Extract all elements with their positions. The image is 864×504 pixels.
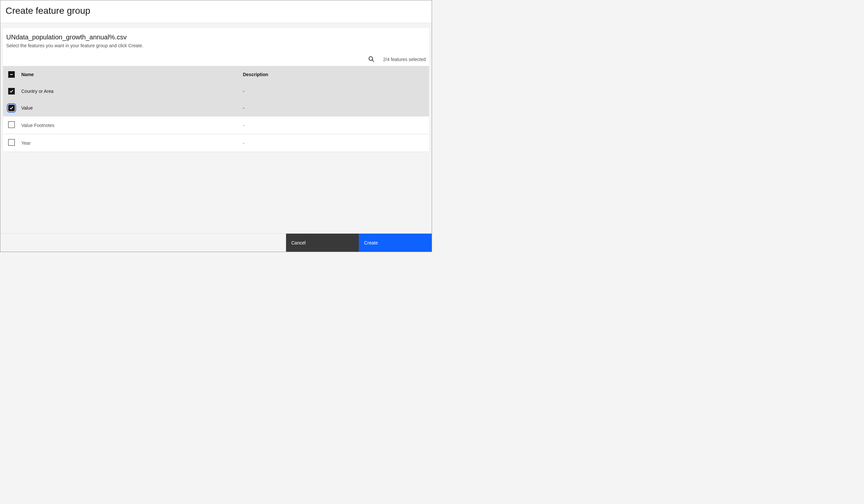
svg-line-1 [372,60,374,61]
table-row: Value Footnotes- [3,117,429,134]
footer-bar: Cancel Create [0,233,432,252]
column-header-name: Name [19,66,240,83]
cancel-button[interactable]: Cancel [286,233,359,252]
content-area: UNdata_population_growth_annual%.csv Sel… [0,23,432,233]
svg-point-0 [369,57,373,60]
table-row: Year- [3,134,429,152]
feature-card: UNdata_population_growth_annual%.csv Sel… [3,28,429,152]
features-table: Name Description Country or Area-Value-V… [3,66,429,152]
checkbox-cell [3,83,19,100]
page-title: Create feature group [5,5,427,16]
search-icon [368,56,374,63]
feature-name-cell: Value [19,100,240,117]
feature-name-cell: Country or Area [19,83,240,100]
row-checkbox[interactable] [8,121,15,128]
search-button[interactable] [368,56,375,63]
feature-description-cell: - [240,83,429,100]
row-checkbox[interactable] [8,139,15,146]
feature-description-cell: - [240,117,429,134]
column-header-description: Description [240,66,429,83]
checkbox-cell [3,117,19,134]
page-header: Create feature group [0,0,432,23]
checkbox-cell [3,134,19,152]
table-row: Value- [3,100,429,117]
feature-description-cell: - [240,134,429,152]
row-checkbox[interactable] [8,105,15,111]
feature-name-cell: Value Footnotes [19,117,240,134]
instruction-text: Select the features you want in your fea… [6,43,426,48]
table-row: Country or Area- [3,83,429,100]
create-button[interactable]: Create [359,233,432,252]
card-header: UNdata_population_growth_annual%.csv Sel… [3,28,429,53]
file-name: UNdata_population_growth_annual%.csv [6,34,426,41]
select-all-checkbox[interactable] [8,71,15,78]
table-toolbar: 2/4 features selected [3,53,429,66]
table-header-row: Name Description [3,66,429,83]
row-checkbox[interactable] [8,88,15,95]
svg-rect-2 [10,74,13,75]
feature-name-cell: Year [19,134,240,152]
checkbox-cell [3,100,19,117]
select-all-header [3,66,19,83]
selection-status: 2/4 features selected [383,57,426,62]
feature-description-cell: - [240,100,429,117]
